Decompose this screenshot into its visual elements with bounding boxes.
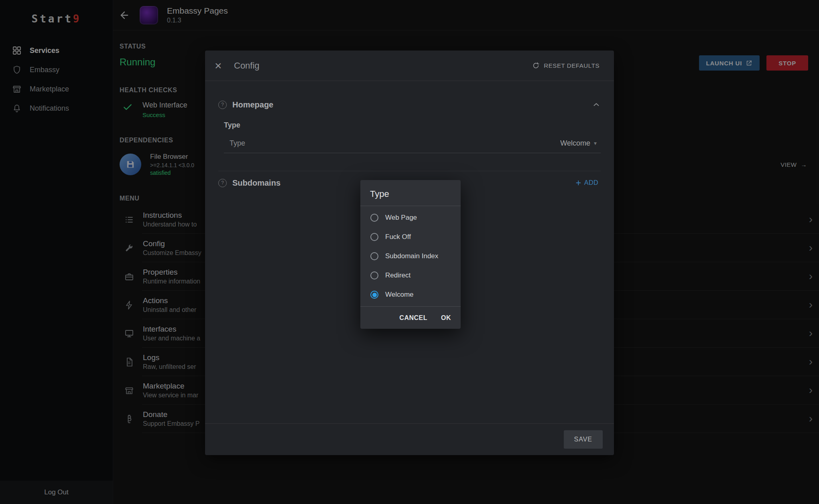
radio-icon xyxy=(370,271,378,279)
type-dialog-title: Type xyxy=(360,180,461,206)
type-dialog-buttons: CANCEL OK xyxy=(360,306,461,329)
radio-icon xyxy=(370,291,378,299)
type-option[interactable]: Redirect xyxy=(360,266,461,285)
type-option[interactable]: Web Page xyxy=(360,208,461,227)
radio-icon xyxy=(370,214,378,222)
type-radio-group: Web Page Fuck Off Subdomain Index Redire… xyxy=(360,206,461,306)
radio-icon xyxy=(370,233,378,241)
cancel-button[interactable]: CANCEL xyxy=(394,310,433,326)
ok-button[interactable]: OK xyxy=(435,310,457,326)
radio-icon xyxy=(370,252,378,260)
type-dialog: Type Web Page Fuck Off Subdomain Index R… xyxy=(360,180,461,329)
type-option[interactable]: Subdomain Index xyxy=(360,247,461,266)
type-option[interactable]: Welcome xyxy=(360,285,461,304)
type-option[interactable]: Fuck Off xyxy=(360,227,461,247)
